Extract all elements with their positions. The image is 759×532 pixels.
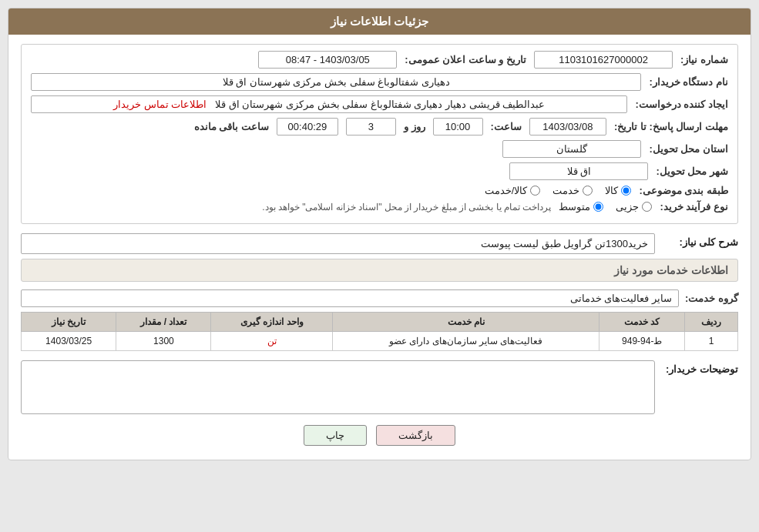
row-creator: ایجاد کننده درخواست: عبدالطیف قریشی دهیا… (31, 95, 728, 113)
label-creator: ایجاد کننده درخواست: (635, 99, 728, 110)
deadline-days: 3 (346, 118, 396, 136)
row-process: نوع فرآیند خرید: جزیی متوسط پرداخت تمام … (31, 201, 728, 212)
row-city: شهر محل تحویل: اق قلا (31, 162, 728, 180)
category-radio-group: کالا خدمت کالا/خدمت (485, 185, 632, 196)
label-category: طبقه بندی موضوعی: (639, 185, 728, 196)
print-button[interactable]: چاپ (304, 425, 367, 446)
radio-kala[interactable]: کالا (605, 185, 631, 196)
back-button[interactable]: بازگشت (376, 425, 455, 446)
deadline-time: 10:00 (433, 118, 483, 136)
radio-khadamat[interactable]: خدمت (552, 185, 593, 196)
page-title: جزئیات اطلاعات نیاز (331, 15, 428, 28)
row-category: طبقه بندی موضوعی: کالا خدمت کالا/خدمت (31, 185, 728, 196)
row-buyer-org: نام دستگاه خریدار: دهیاری شفتالوباغ سفلی… (31, 73, 728, 91)
value-creator: عبدالطیف قریشی دهیار دهیاری شفتالوباغ سف… (31, 95, 627, 113)
row-need-desc: شرح کلی نیاز: خرید1300تن گراویل طبق لیست… (21, 233, 738, 254)
deadline-remain: 00:40:29 (277, 118, 338, 136)
radio-kala-khadamat[interactable]: کالا/خدمت (485, 185, 541, 196)
process-radio-group: جزیی متوسط (559, 201, 652, 212)
label-remain: ساعت باقی مانده (194, 121, 269, 132)
cell-code: ط-94-949 (599, 332, 685, 351)
row-need-number: شماره نیاز: 1103101627000002 تاریخ و ساع… (31, 51, 728, 69)
cell-qty: 1300 (116, 332, 211, 351)
value-need-desc: خرید1300تن گراویل طبق لیست پیوست (21, 233, 655, 254)
cell-unit: تن (211, 332, 333, 351)
label-days: روز و (404, 121, 425, 132)
main-card: جزئیات اطلاعات نیاز شماره نیاز: 11031016… (8, 8, 751, 460)
button-row: بازگشت چاپ (21, 425, 738, 446)
buyer-notes-textarea[interactable] (21, 360, 655, 414)
th-date: تاریخ نیاز (22, 313, 116, 332)
th-row: ردیف (685, 313, 738, 332)
value-announce: 1403/03/05 - 08:47 (258, 51, 397, 69)
th-name: نام خدمت (333, 313, 599, 332)
th-unit: واحد اندازه گیری (211, 313, 333, 332)
label-announce: تاریخ و ساعت اعلان عمومی: (405, 54, 526, 65)
card-body: شماره نیاز: 1103101627000002 تاریخ و ساع… (8, 35, 751, 460)
row-deadline: مهلت ارسال پاسخ: تا تاریخ: 1403/03/08 سا… (31, 118, 728, 136)
creator-link[interactable]: اطلاعات تماس خریدار (113, 99, 207, 110)
th-qty: تعداد / مقدار (116, 313, 211, 332)
label-province: استان محل تحویل: (649, 143, 728, 155)
label-need-desc: شرح کلی نیاز: (661, 233, 738, 248)
card-header: جزئیات اطلاعات نیاز (8, 8, 751, 35)
value-province: گلستان (502, 140, 641, 158)
process-note: پرداخت تمام یا بخشی از مبلغ خریدار از مح… (262, 202, 551, 212)
cell-date: 1403/03/25 (22, 332, 116, 351)
label-buyer-org: نام دستگاه خریدار: (649, 76, 728, 88)
services-section-title: اطلاعات خدمات مورد نیاز (21, 259, 738, 282)
info-section-top: شماره نیاز: 1103101627000002 تاریخ و ساع… (21, 44, 738, 224)
table-row: 1 ط-94-949 فعالیت‌های سایر سازمان‌های دا… (22, 332, 738, 351)
deadline-date: 1403/03/08 (529, 118, 606, 136)
value-need-number: 1103101627000002 (534, 51, 673, 69)
value-buyer-org: دهیاری شفتالوباغ سفلی بخش مرکزی شهرستان … (31, 73, 641, 91)
row-province: استان محل تحویل: گلستان (31, 140, 728, 158)
label-need-number: شماره نیاز: (680, 54, 728, 65)
row-buyer-notes: توضیحات خریدار: (21, 360, 738, 414)
label-deadline: مهلت ارسال پاسخ: تا تاریخ: (614, 121, 728, 132)
th-code: کد خدمت (599, 313, 685, 332)
label-service-group: گروه خدمت: (685, 293, 738, 304)
value-service-group: سایر فعالیت‌های خدماتی (21, 289, 679, 307)
page-container: جزئیات اطلاعات نیاز شماره نیاز: 11031016… (0, 0, 759, 532)
services-table: ردیف کد خدمت نام خدمت واحد اندازه گیری ت… (21, 312, 738, 351)
value-city: اق قلا (509, 162, 648, 180)
label-buyer-notes: توضیحات خریدار: (661, 360, 738, 375)
label-time: ساعت: (491, 121, 522, 132)
label-process: نوع فرآیند خرید: (660, 201, 728, 212)
radio-jazzi[interactable]: جزیی (616, 201, 652, 212)
row-service-group: گروه خدمت: سایر فعالیت‌های خدماتی (21, 289, 738, 307)
cell-name: فعالیت‌های سایر سازمان‌های دارای عضو (333, 332, 599, 351)
radio-motavasset[interactable]: متوسط (559, 201, 603, 212)
creator-text: عبدالطیف قریشی دهیار دهیاری شفتالوباغ سف… (215, 99, 545, 110)
label-city: شهر محل تحویل: (656, 166, 728, 177)
cell-row: 1 (685, 332, 738, 351)
